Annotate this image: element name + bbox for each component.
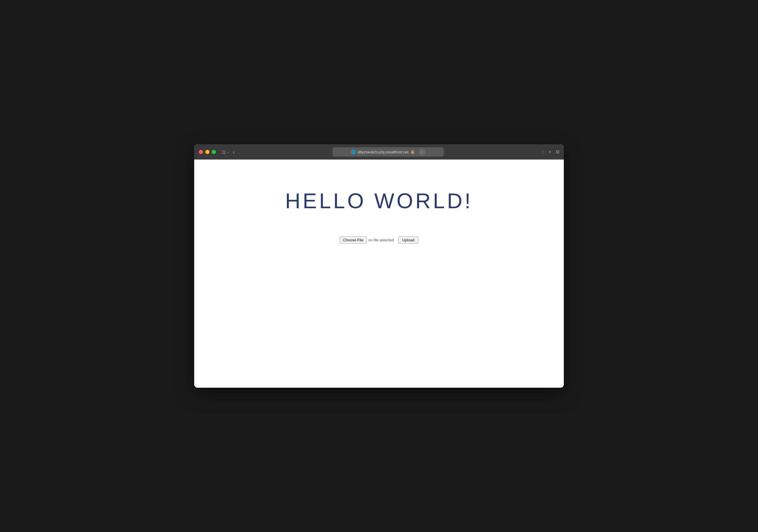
sidebar-toggle-button[interactable]: ⊡ ⌄: [222, 149, 229, 155]
minimize-button[interactable]: [205, 150, 209, 154]
url-text: d8yzneok2cu2q.cloudfront.net: [358, 150, 408, 154]
back-button[interactable]: ‹: [233, 149, 235, 155]
upload-form: Choose File no file selected Upload: [340, 236, 418, 244]
address-bar[interactable]: 🌐 d8yzneok2cu2q.cloudfront.net 🔒 ···: [332, 147, 444, 157]
maximize-button[interactable]: [212, 150, 216, 154]
traffic-lights: [199, 150, 216, 154]
page-heading: HELLO WORLD!: [285, 189, 473, 213]
share-button[interactable]: ↑: [541, 149, 544, 154]
ellipsis-icon: ···: [421, 150, 424, 154]
choose-file-button[interactable]: Choose File: [340, 236, 366, 244]
lock-icon: 🔒: [410, 150, 415, 154]
file-input-wrapper: Choose File no file selected: [340, 236, 394, 244]
sidebar-icon: ⊡: [222, 149, 225, 155]
globe-icon: 🌐: [351, 150, 356, 154]
close-button[interactable]: [199, 150, 203, 154]
upload-button[interactable]: Upload: [398, 236, 418, 244]
more-options-button[interactable]: ···: [419, 149, 425, 155]
tabs-button[interactable]: ⧉: [556, 149, 559, 154]
toolbar-right: ↑ + ⧉: [541, 149, 559, 154]
address-bar-container: 🌐 d8yzneok2cu2q.cloudfront.net 🔒 ···: [238, 147, 538, 157]
no-file-label: no file selected: [368, 238, 394, 242]
browser-window: ⊡ ⌄ ‹ 🌐 d8yzneok2cu2q.cloudfront.net 🔒 ·…: [194, 144, 564, 388]
browser-toolbar: ⊡ ⌄ ‹ 🌐 d8yzneok2cu2q.cloudfront.net 🔒 ·…: [194, 144, 564, 159]
new-tab-button[interactable]: +: [549, 149, 551, 154]
chevron-down-icon: ⌄: [227, 150, 229, 154]
browser-content: HELLO WORLD! Choose File no file selecte…: [194, 159, 564, 388]
toolbar-left: ⊡ ⌄ ‹: [222, 149, 235, 155]
